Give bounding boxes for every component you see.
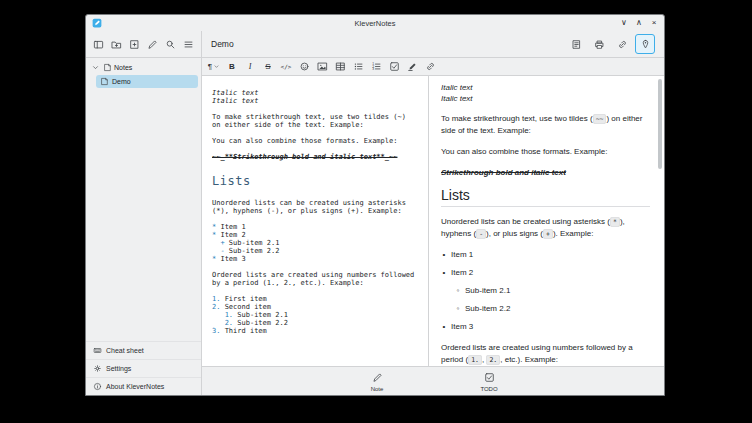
footer-item-label: Settings bbox=[106, 365, 131, 372]
editor-text: Third item bbox=[225, 327, 267, 335]
editor-line: on either side of the text. Example: bbox=[212, 121, 418, 129]
strikethrough-button[interactable]: S bbox=[260, 60, 276, 74]
titlebar[interactable]: KleverNotes ∨∧× bbox=[86, 15, 664, 31]
emoji-button[interactable] bbox=[296, 60, 312, 74]
keyboard-icon bbox=[92, 346, 102, 356]
main-toolbar-row: Demo bbox=[86, 31, 664, 58]
preview-paragraph: You can also combine those formats. Exam… bbox=[441, 146, 650, 158]
bold-button[interactable]: B bbox=[224, 60, 240, 74]
editor-line bbox=[212, 191, 418, 199]
task-icon bbox=[387, 60, 401, 74]
hamburger-icon bbox=[182, 37, 196, 51]
print-button[interactable] bbox=[589, 34, 609, 54]
list-marker: 1. bbox=[212, 311, 237, 319]
list-marker: 2. bbox=[212, 303, 225, 311]
italic-button[interactable]: I bbox=[242, 60, 258, 74]
code-button[interactable]: </> bbox=[278, 60, 294, 74]
pen-icon bbox=[370, 371, 384, 385]
text-segment: You can also combine those formats. Exam… bbox=[441, 147, 607, 156]
preview-content: Italic textItalic textTo make strikethro… bbox=[429, 76, 664, 366]
text-segment: To make strikethrough text, use two tild… bbox=[441, 114, 593, 123]
cheat-sheet-button[interactable]: Cheat sheet bbox=[86, 341, 201, 359]
svg-text:3: 3 bbox=[372, 67, 374, 71]
button-glyph: I bbox=[249, 62, 252, 71]
preview-list-item: ◦Sub-item 2.2 bbox=[455, 303, 650, 315]
formatting-toolbar: ¶BIS</>123 bbox=[202, 58, 664, 76]
notes-sidebar: Notes Demo Cheat sheetSettingsAbout Klev… bbox=[86, 58, 202, 395]
share-link-button[interactable] bbox=[612, 34, 632, 54]
chevron-down-icon bbox=[212, 63, 220, 71]
note-icon bbox=[99, 77, 109, 87]
menu-button[interactable] bbox=[180, 34, 198, 54]
text-segment: ). Example: bbox=[553, 229, 593, 238]
inline-code: + bbox=[543, 229, 553, 239]
task-list-button[interactable] bbox=[386, 60, 402, 74]
editor-line: * Item 1 bbox=[212, 223, 418, 231]
sidebar-toolbar bbox=[86, 31, 202, 57]
close-button[interactable]: × bbox=[649, 16, 659, 30]
list-item-text: Sub-item 2.2 bbox=[465, 303, 510, 315]
editor-text: First item bbox=[225, 295, 267, 303]
info-icon bbox=[92, 382, 102, 392]
link-icon bbox=[423, 60, 437, 74]
paragraph-style-button[interactable]: ¶ bbox=[206, 60, 222, 74]
todo-tab[interactable]: TODO bbox=[446, 369, 532, 393]
link-button[interactable] bbox=[422, 60, 438, 74]
editor-line bbox=[212, 129, 418, 137]
rename-button[interactable] bbox=[144, 34, 162, 54]
new-note-button[interactable] bbox=[125, 34, 143, 54]
editor-line: * Item 3 bbox=[212, 255, 418, 263]
bullet: ◦ bbox=[455, 303, 461, 315]
editor-text: Sub-item 2.1 bbox=[229, 239, 280, 247]
link-icon bbox=[615, 37, 629, 51]
table-button[interactable] bbox=[332, 60, 348, 74]
editor-line: 2. Second item bbox=[212, 303, 418, 311]
preview-italic-line: Italic text bbox=[441, 82, 650, 93]
ordered-list-button[interactable]: 123 bbox=[368, 60, 384, 74]
bullet: • bbox=[441, 249, 447, 261]
tab-label: TODO bbox=[480, 386, 497, 392]
editor-line bbox=[212, 263, 418, 271]
preview-list-item: ◦Sub-item 2.1 bbox=[455, 285, 650, 297]
preview-scrollbar[interactable] bbox=[658, 79, 662, 169]
gear-icon bbox=[92, 364, 102, 374]
sidebar-panel-icon bbox=[91, 37, 105, 51]
inline-code: ~~ bbox=[593, 114, 607, 124]
editor-line: You can also combine those formats. Exam… bbox=[212, 137, 418, 145]
note-tab[interactable]: Note bbox=[334, 369, 420, 393]
printer-icon bbox=[592, 37, 606, 51]
editor-line bbox=[212, 287, 418, 295]
highlighter-button[interactable] bbox=[404, 60, 420, 74]
markdown-editor[interactable]: Italic textItalic text To make strikethr… bbox=[202, 76, 428, 366]
list-item-text: Item 1 bbox=[451, 249, 473, 261]
sidebar-item-label: Demo bbox=[112, 78, 131, 85]
image-button[interactable] bbox=[314, 60, 330, 74]
preview-paragraph: To make strikethrough text, use two tild… bbox=[441, 113, 650, 137]
settings-button[interactable]: Settings bbox=[86, 359, 201, 377]
preview-paragraph: Ordered lists are created using numbers … bbox=[441, 342, 650, 366]
search-button[interactable] bbox=[162, 34, 180, 54]
about-button[interactable]: About KleverNotes bbox=[86, 377, 201, 395]
window-controls: ∨∧× bbox=[619, 16, 659, 30]
note-header: Demo bbox=[202, 31, 664, 57]
sidebar-item-demo[interactable]: Demo bbox=[96, 75, 198, 88]
minimize-button[interactable]: ∨ bbox=[619, 16, 629, 30]
notebook-icon bbox=[102, 63, 112, 73]
list-marker: - bbox=[212, 247, 229, 255]
editor-text: Item 3 bbox=[220, 255, 245, 263]
new-note-icon bbox=[127, 37, 141, 51]
editor-line: Lists bbox=[212, 174, 418, 188]
export-button[interactable] bbox=[566, 34, 586, 54]
toggle-sidebar-button[interactable] bbox=[89, 34, 107, 54]
notes-tree-root[interactable]: Notes bbox=[86, 61, 201, 74]
editor-text: Second item bbox=[225, 303, 271, 311]
bullet-list-button[interactable] bbox=[350, 60, 366, 74]
new-category-button[interactable] bbox=[107, 34, 125, 54]
inline-code: * bbox=[610, 217, 620, 227]
maximize-button[interactable]: ∧ bbox=[634, 16, 644, 30]
note-header-actions bbox=[566, 34, 655, 54]
note-preview: Italic textItalic textTo make strikethro… bbox=[429, 76, 664, 366]
checkbox-icon bbox=[482, 371, 496, 385]
footer-item-label: Cheat sheet bbox=[106, 347, 144, 354]
pin-toggle-button[interactable] bbox=[635, 34, 655, 54]
